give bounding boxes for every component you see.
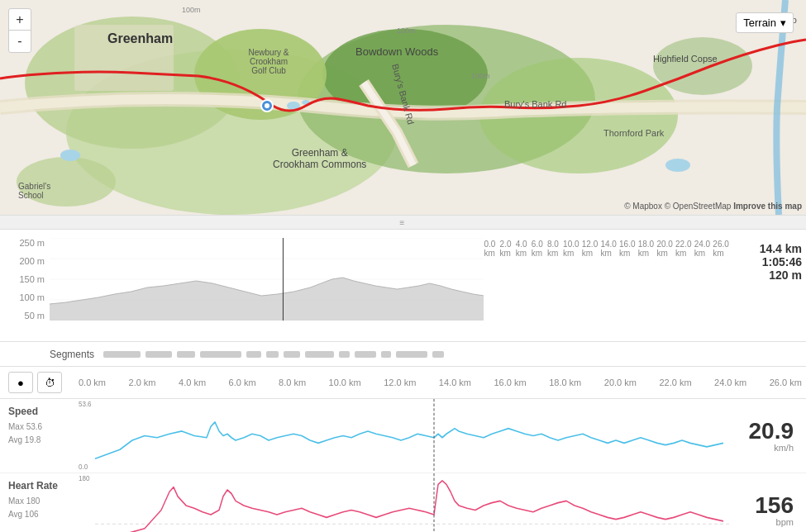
- segment-bar: [200, 351, 241, 358]
- chart-stats: 14.4 km 1:05:46 120 m: [760, 242, 802, 282]
- svg-text:0.0: 0.0: [79, 462, 88, 471]
- segment-bar: [355, 351, 376, 358]
- x-label: 20.0 km: [656, 240, 675, 335]
- speed-value: 20.9: [749, 420, 794, 443]
- segment-bar: [103, 351, 141, 358]
- clock-icon: ⏱: [45, 377, 55, 389]
- speed-value-col: 20.9 km/h: [740, 399, 806, 473]
- svg-point-8: [653, 37, 752, 95]
- metrics-section: Speed Max 53.6 Avg 19.8 53.6 0.0 20.9 km…: [0, 399, 806, 532]
- bowdown-woods-label: Bowdown Woods: [355, 45, 438, 58]
- y-label-150: 150 m: [19, 274, 45, 284]
- x-label: 2.0 km: [500, 240, 516, 335]
- segment-bar: [145, 351, 172, 358]
- speed-label-col: Speed Max 53.6 Avg 19.8: [0, 399, 79, 473]
- terrain-label: Terrain: [743, 17, 776, 29]
- hr-name: Heart Rate: [8, 480, 70, 492]
- hr-unit: bpm: [776, 517, 794, 527]
- speed-chart: 53.6 0.0: [79, 399, 740, 473]
- elevation-y-axis: 250 m 200 m 150 m 100 m 50 m: [0, 238, 48, 321]
- elevation-svg: [50, 238, 484, 321]
- drag-handle[interactable]: ≡: [0, 215, 806, 230]
- school-label: Gabriel'sSchool: [18, 182, 50, 200]
- hr-avg: Avg 106: [8, 508, 70, 521]
- hr-row: Heart Rate Max 180 Avg 106 180 67 156 bp…: [0, 473, 806, 532]
- segment-bar: [396, 351, 427, 358]
- segment-bar: [339, 351, 350, 358]
- speed-svg: 53.6 0.0: [79, 399, 740, 473]
- speed-row: Speed Max 53.6 Avg 19.8 53.6 0.0 20.9 km…: [0, 399, 806, 473]
- segments-label: Segments: [50, 349, 95, 360]
- distance-stat: 14.4 km: [760, 242, 802, 255]
- svg-text:53.6: 53.6: [79, 399, 92, 408]
- hr-label-col: Heart Rate Max 180 Avg 106: [0, 473, 79, 532]
- speed-max: Max 53.6: [8, 420, 70, 434]
- svg-text:100m: 100m: [471, 72, 490, 80]
- hr-chart: 180 67: [79, 473, 740, 532]
- y-label-250: 250 m: [19, 238, 45, 248]
- elevation-chart-section: 250 m 200 m 150 m 100 m 50 m 0.0 km 2.0 …: [0, 230, 806, 342]
- segment-bar: [432, 351, 444, 358]
- x-label: 26.0 km: [713, 240, 732, 335]
- segment-bar: [381, 351, 391, 358]
- svg-point-18: [265, 103, 269, 108]
- segment-bar: [266, 351, 279, 358]
- terrain-dropdown-icon: ▾: [780, 17, 786, 29]
- svg-point-12: [665, 159, 690, 172]
- svg-point-11: [60, 150, 80, 161]
- pin-button[interactable]: ●: [8, 372, 33, 393]
- golf-club-label: Newbury &CrookhamGolf Club: [236, 48, 302, 75]
- pin-icon: ●: [17, 377, 24, 389]
- speed-unit: km/h: [774, 443, 794, 453]
- y-label-100: 100 m: [19, 292, 45, 302]
- map-attribution: © Mapbox © OpenStreetMap Improve this ma…: [624, 202, 802, 211]
- x-label: 12.0 km: [582, 240, 601, 335]
- time-stat: 1:05:46: [760, 255, 802, 268]
- y-label-50: 50 m: [25, 311, 45, 321]
- zoom-out-button[interactable]: -: [9, 31, 31, 52]
- drag-handle-icon: ≡: [400, 218, 407, 227]
- data-x-labels: 0.0 km 2.0 km 4.0 km 6.0 km 8.0 km 10.0 …: [74, 378, 806, 387]
- svg-text:100m: 100m: [182, 6, 201, 14]
- burys-bank-label2: Bury's Bank Rd: [504, 99, 566, 109]
- greenham-label: Greenham: [107, 31, 173, 46]
- x-label: 16.0 km: [619, 240, 638, 335]
- svg-text:180: 180: [79, 473, 90, 482]
- x-label: 18.0 km: [638, 240, 657, 335]
- terrain-button[interactable]: Terrain ▾: [736, 12, 794, 33]
- segment-bar: [284, 351, 300, 358]
- segment-bar: [246, 351, 261, 358]
- hr-svg: 180 67: [79, 473, 740, 532]
- clock-button[interactable]: ⏱: [37, 372, 62, 393]
- commons-label: Greenham &Crookham Commons: [273, 147, 366, 170]
- data-toolbar: ● ⏱ 0.0 km 2.0 km 4.0 km 6.0 km 8.0 km 1…: [0, 367, 806, 399]
- elevation-stat: 120 m: [760, 268, 802, 282]
- segment-bar: [305, 351, 334, 358]
- segment-bars: [103, 351, 806, 358]
- map-container: 100m 100m 100m Greenham Bowdown Woods Hi…: [0, 0, 806, 215]
- segments-section: Segments: [0, 342, 806, 367]
- x-label: 4.0 km: [516, 240, 532, 335]
- speed-name: Speed: [8, 406, 70, 417]
- map-zoom-controls: + -: [8, 8, 31, 53]
- x-label: 10.0 km: [563, 240, 582, 335]
- segment-bar: [177, 351, 195, 358]
- x-label: 22.0 km: [675, 240, 694, 335]
- hr-max: Max 180: [8, 495, 70, 508]
- x-label: 14.0 km: [600, 240, 619, 335]
- speed-avg: Avg 19.8: [8, 434, 70, 447]
- y-label-200: 200 m: [19, 256, 45, 266]
- svg-text:100m: 100m: [397, 26, 416, 35]
- x-label: 8.0 km: [547, 240, 563, 335]
- x-label: 6.0 km: [532, 240, 547, 335]
- x-label: 24.0 km: [694, 240, 713, 335]
- elevation-x-axis: 0.0 km 2.0 km 4.0 km 6.0 km 8.0 km 10.0 …: [484, 238, 732, 337]
- zoom-in-button[interactable]: +: [9, 9, 31, 31]
- hr-value: 156: [755, 494, 794, 517]
- thornford-label: Thornford Park: [603, 128, 664, 138]
- highfield-copse-label: Highfield Copse: [653, 54, 718, 64]
- hr-value-col: 156 bpm: [740, 473, 806, 532]
- x-label: 0.0 km: [484, 240, 499, 335]
